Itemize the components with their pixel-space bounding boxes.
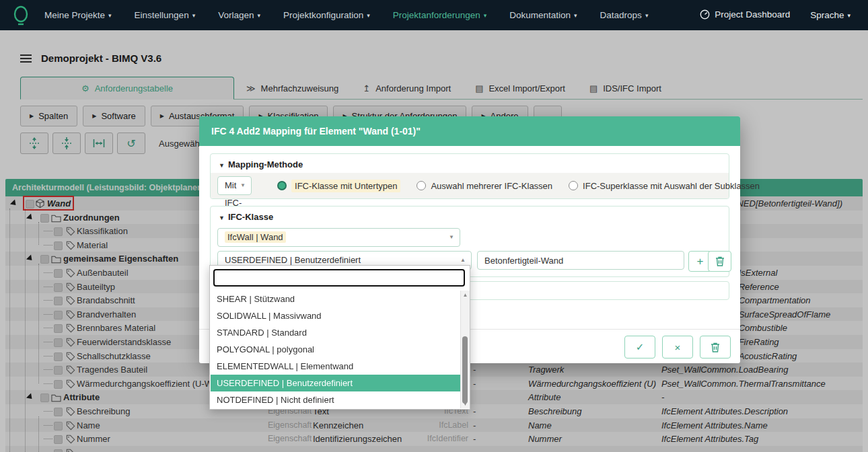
nav-item-projektkonfiguration[interactable]: Projektkonfiguration▾ — [283, 10, 370, 20]
dropdown-option[interactable]: NOTDEFINED | Nicht definiert — [211, 391, 469, 408]
radio-icon — [417, 181, 426, 190]
chevron-down-icon: ▾ — [367, 12, 370, 19]
radio-ifc-klasse-mit-untertypen[interactable]: IFC-Klasse mit Untertypen — [277, 180, 400, 192]
nav-item-label: Meine Projekte — [44, 10, 105, 20]
nav-item-label: Projektkonfiguration — [283, 10, 363, 20]
dropdown-option[interactable]: ELEMENTEDWALL | Elementwand — [211, 358, 469, 375]
chevron-down-icon: ▾ — [847, 12, 851, 19]
chevron-down-icon: ▾ — [108, 12, 112, 19]
nav-item-label: Project Dashboard — [715, 9, 790, 20]
nav-item-label: Einstellungen — [135, 10, 189, 20]
dropdown-option[interactable]: POLYGONAL | polygonal — [211, 341, 469, 358]
ifc-class-section-header[interactable]: ▼IFC-Klasse — [219, 212, 273, 222]
dashboard-icon — [700, 9, 710, 22]
nav-menu: Meine Projekte▾Einstellungen▾Vorlagen▾Pr… — [44, 10, 648, 20]
radio-label: IFC-Superklasse mit Auswahl der Subklass… — [583, 181, 760, 191]
confirm-button[interactable]: ✓ — [624, 336, 655, 359]
nav-item-datadrops[interactable]: Datadrops▾ — [600, 10, 649, 20]
delete-mapping-button[interactable] — [708, 251, 731, 272]
dropdown-search-input[interactable] — [213, 269, 465, 287]
nav-item-label: Datadrops — [600, 10, 642, 20]
delete-button[interactable] — [700, 336, 731, 359]
dropdown-scrollbar[interactable]: ▲ ▼ — [460, 291, 470, 408]
radio-ifc-superklasse-mit-auswahl-der-subklassen[interactable]: IFC-Superklasse mit Auswahl der Subklass… — [569, 181, 760, 191]
predefined-type-dropdown: SHEAR | StützwandSOLIDWALL | MassivwandS… — [209, 265, 470, 410]
chevron-down-icon: ▾ — [484, 12, 487, 19]
nav-item-einstellungen[interactable]: Einstellungen▾ — [135, 10, 196, 20]
nav-right: Project DashboardSprache▾ — [700, 9, 868, 22]
nav-item-label: Dokumentation — [509, 10, 571, 20]
top-nav: Meine Projekte▾Einstellungen▾Vorlagen▾Pr… — [0, 0, 868, 30]
scrollbar-thumb[interactable] — [462, 336, 468, 404]
dropdown-option[interactable]: SHEAR | Stützwand — [211, 291, 469, 307]
section-collapse-icon: ▼ — [219, 162, 225, 169]
scroll-up-icon[interactable]: ▲ — [461, 292, 470, 298]
chevron-down-icon: ▾ — [574, 12, 577, 19]
radio-label: IFC-Klasse mit Untertypen — [291, 180, 400, 192]
mapping-method-select[interactable]: Mit IFC-Klasse ▼ — [217, 176, 252, 195]
chevron-down-icon: ▾ — [192, 12, 196, 19]
bimq-logo-icon[interactable] — [12, 5, 30, 26]
chevron-down-icon: ▾ — [257, 12, 260, 19]
dropdown-option[interactable]: STANDARD | Standard — [211, 324, 469, 341]
mapping-method-section: ▼Mapping-Methode Mit IFC-Klasse ▼ IFC-Kl… — [210, 153, 729, 199]
chevron-down-icon: ▼ — [449, 229, 454, 246]
cancel-button[interactable]: × — [662, 336, 693, 359]
radio-label: Auswahl mehrerer IFC-Klassen — [431, 181, 552, 191]
nav-item-projektanforderungen[interactable]: Projektanforderungen▾ — [393, 10, 486, 20]
nav-item-meine-projekte[interactable]: Meine Projekte▾ — [44, 10, 112, 20]
dialog-title: IFC 4 Add2 Mapping für Element "Wand (1-… — [199, 116, 740, 146]
mapping-method-section-header[interactable]: ▼Mapping-Methode — [219, 159, 303, 170]
nav-item-label: Sprache — [810, 10, 844, 20]
nav-item-project-dashboard[interactable]: Project Dashboard — [700, 9, 790, 22]
chevron-down-icon: ▼ — [240, 177, 246, 194]
radio-auswahl-mehrerer-ifc-klassen[interactable]: Auswahl mehrerer IFC-Klassen — [417, 181, 552, 191]
section-collapse-icon: ▼ — [219, 215, 225, 221]
chevron-down-icon: ▾ — [645, 12, 649, 19]
nav-item-sprache[interactable]: Sprache▾ — [810, 10, 851, 20]
dropdown-option-list: SHEAR | StützwandSOLIDWALL | MassivwandS… — [211, 291, 469, 408]
ifc-class-select[interactable]: IfcWall | Wand ▼ — [217, 228, 460, 247]
radio-icon — [277, 181, 287, 190]
custom-type-input[interactable] — [477, 251, 684, 270]
dropdown-option[interactable]: USERDEFINED | Benutzerdefiniert — [211, 375, 469, 391]
mapping-method-radios: IFC-Klasse mit UntertypenAuswahl mehrere… — [277, 180, 760, 192]
nav-item-label: Vorlagen — [218, 10, 254, 20]
nav-item-label: Projektanforderungen — [393, 10, 480, 20]
dropdown-option[interactable]: SOLIDWALL | Massivwand — [211, 307, 469, 324]
radio-icon — [569, 181, 578, 190]
nav-item-vorlagen[interactable]: Vorlagen▾ — [218, 10, 260, 20]
nav-item-dokumentation[interactable]: Dokumentation▾ — [509, 10, 577, 20]
